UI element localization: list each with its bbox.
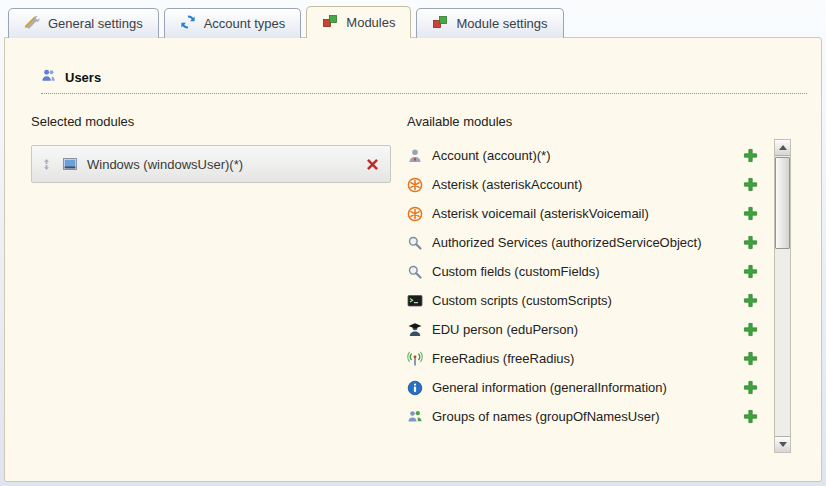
tab-bar: General settings Account types Modules M… <box>8 6 818 38</box>
tab-module-settings[interactable]: Module settings <box>416 8 563 38</box>
tab-label: Module settings <box>456 16 547 31</box>
tab-modules[interactable]: Modules <box>306 6 411 38</box>
modules-columns: Selected modules Windows (windowsUser)(*… <box>31 114 821 453</box>
asterisk-icon <box>407 177 423 193</box>
available-module-row: Account (account)(*) <box>407 141 768 170</box>
group-icon <box>407 409 423 425</box>
drag-handle-icon[interactable] <box>40 158 53 171</box>
scrollbar-thumb[interactable] <box>775 157 790 249</box>
available-module-row: Asterisk (asteriskAccount) <box>407 170 768 199</box>
module-label: Custom scripts (customScripts) <box>432 293 612 308</box>
scroll-up-button[interactable] <box>775 140 790 156</box>
section-users-header: Users <box>41 68 807 94</box>
module-label: Custom fields (customFields) <box>432 264 600 279</box>
person-icon <box>407 148 423 164</box>
tab-account-types[interactable]: Account types <box>164 8 302 38</box>
info-icon <box>407 380 423 396</box>
add-icon[interactable] <box>743 293 758 308</box>
arrow-down-icon <box>779 442 787 447</box>
add-icon[interactable] <box>743 380 758 395</box>
module-label: General information (generalInformation) <box>432 380 667 395</box>
tab-general-settings[interactable]: General settings <box>8 8 159 38</box>
add-icon[interactable] <box>743 177 758 192</box>
available-module-row: General information (generalInformation) <box>407 373 768 402</box>
edu-person-icon <box>407 322 423 338</box>
radio-icon <box>407 351 423 367</box>
add-icon[interactable] <box>743 351 758 366</box>
module-label: Account (account)(*) <box>432 148 551 163</box>
windows-module-icon <box>62 156 78 172</box>
add-icon[interactable] <box>743 322 758 337</box>
add-icon[interactable] <box>743 264 758 279</box>
scrollbar[interactable] <box>774 139 791 453</box>
available-module-row: Asterisk voicemail (asteriskVoicemail) <box>407 199 768 228</box>
magnifier-icon <box>407 235 423 251</box>
asterisk-icon <box>407 206 423 222</box>
module-label: Authorized Services (authorizedServiceOb… <box>432 235 702 250</box>
add-icon[interactable] <box>743 206 758 221</box>
available-modules-heading: Available modules <box>407 114 791 129</box>
arrow-up-icon <box>779 145 787 150</box>
module-label: Asterisk voicemail (asteriskVoicemail) <box>432 206 649 221</box>
sync-icon <box>180 14 196 33</box>
add-icon[interactable] <box>743 148 758 163</box>
module-label: Windows (windowsUser)(*) <box>87 157 356 172</box>
delete-icon[interactable] <box>365 157 380 172</box>
selected-modules-column: Selected modules Windows (windowsUser)(*… <box>31 114 391 453</box>
available-module-row: EDU person (eduPerson) <box>407 315 768 344</box>
module-label: FreeRadius (freeRadius) <box>432 351 574 366</box>
terminal-icon <box>407 293 423 309</box>
section-title: Users <box>65 70 101 85</box>
module-label: Asterisk (asteriskAccount) <box>432 177 582 192</box>
module-label: Groups of names (groupOfNamesUser) <box>432 409 660 424</box>
available-module-row: Custom scripts (customScripts) <box>407 286 768 315</box>
module-label: EDU person (eduPerson) <box>432 322 578 337</box>
selected-modules-heading: Selected modules <box>31 114 391 129</box>
tab-label: General settings <box>48 16 143 31</box>
magnifier-icon <box>407 264 423 280</box>
available-modules-area: Account (account)(*) Asterisk (asteriskA… <box>407 139 791 453</box>
tools-icon <box>24 14 40 33</box>
module-settings-icon <box>432 14 448 33</box>
available-module-row: Groups of names (groupOfNamesUser) <box>407 402 768 431</box>
add-icon[interactable] <box>743 235 758 250</box>
scroll-down-button[interactable] <box>775 436 790 452</box>
tab-label: Modules <box>346 15 395 30</box>
available-modules-column: Available modules Account (account)(*) <box>407 114 821 453</box>
available-module-row: Custom fields (customFields) <box>407 257 768 286</box>
content-panel: Users Selected modules Windows (windowsU… <box>4 37 822 482</box>
available-modules-list: Account (account)(*) Asterisk (asteriskA… <box>407 141 768 431</box>
selected-modules-list: Windows (windowsUser)(*) <box>31 145 391 183</box>
available-module-row: FreeRadius (freeRadius) <box>407 344 768 373</box>
tab-label: Account types <box>204 16 286 31</box>
page: General settings Account types Modules M… <box>0 0 826 486</box>
modules-icon <box>322 13 338 32</box>
users-icon <box>41 68 56 86</box>
add-icon[interactable] <box>743 409 758 424</box>
available-module-row: Authorized Services (authorizedServiceOb… <box>407 228 768 257</box>
selected-module-row[interactable]: Windows (windowsUser)(*) <box>31 145 391 183</box>
